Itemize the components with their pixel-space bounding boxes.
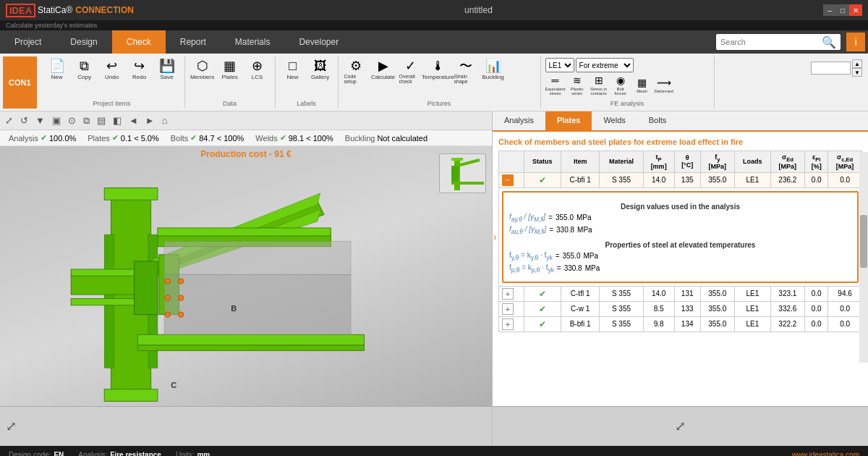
row-loads: LE1: [735, 286, 771, 301]
scrollbar-thumb[interactable]: [860, 215, 867, 268]
svg-rect-30: [451, 166, 459, 182]
minimize-button[interactable]: –: [823, 4, 836, 16]
arrow-left-button[interactable]: ◄: [127, 114, 140, 127]
value-up-button[interactable]: ▲: [852, 59, 862, 68]
toolbar-group-project: 📄 New ⧉ Copy ↩ Undo ↪ Redo 💾 Save Projec…: [40, 56, 185, 109]
tab-project[interactable]: Project: [0, 30, 56, 54]
le-dropdown[interactable]: LE1: [545, 58, 574, 72]
undo-button[interactable]: ↩ Undo: [99, 58, 125, 82]
tab-materials[interactable]: Materials: [221, 30, 285, 54]
design-code-item: Design code: EN: [9, 451, 64, 457]
formula2-val: 330.8: [556, 226, 574, 234]
save-button[interactable]: 💾 Save: [154, 58, 180, 82]
code-setup-button[interactable]: ⚙ Code setup: [343, 58, 369, 85]
bottom-right-panel: ⤢: [493, 406, 868, 446]
units-label: Units:: [176, 451, 195, 457]
tab-design[interactable]: Design: [56, 30, 111, 54]
svg-point-19: [165, 279, 170, 284]
analysis-label: Analysis: [9, 134, 38, 143]
con1-button[interactable]: CON1: [3, 56, 37, 109]
tab-welds[interactable]: Welds: [592, 111, 637, 130]
svg-rect-2: [104, 389, 158, 402]
expand-button-4[interactable]: +: [502, 318, 514, 330]
close-button[interactable]: ✕: [849, 4, 862, 16]
formula1-eq: =: [548, 214, 553, 221]
expand-button-3[interactable]: +: [502, 303, 514, 315]
new-label-button[interactable]: □ New: [280, 58, 306, 82]
mesh-button[interactable]: ▦ Mesh: [632, 76, 652, 95]
value-down-button[interactable]: ▼: [852, 68, 862, 77]
snap-button[interactable]: ⊙: [66, 114, 78, 127]
expanded-content: Design values used in the analysis fay,θ…: [509, 198, 851, 276]
overall-check-button[interactable]: ✓ Overall check: [398, 58, 424, 85]
formula1-val: 355.0: [556, 214, 574, 221]
formula-line-2: fau,θ / [γM,fi] = 330.8 MPa: [509, 225, 851, 235]
new-button[interactable]: 📄 New: [44, 58, 70, 82]
tab-bolts[interactable]: Bolts: [637, 111, 678, 130]
gallery-button[interactable]: 🖼 Gallery: [307, 58, 333, 82]
welds-value: 98.1 < 100%: [289, 134, 333, 143]
units-item: Units: mm: [176, 451, 210, 457]
group-label-cbfem: Pictures: [343, 98, 536, 107]
view-options-button[interactable]: ▼: [33, 114, 47, 127]
maximize-button[interactable]: □: [836, 4, 849, 16]
svg-rect-5: [71, 274, 137, 295]
zoom-icon[interactable]: ⤢: [6, 418, 17, 434]
search-input[interactable]: [720, 38, 822, 46]
formula1-unit: MPa: [576, 214, 592, 221]
prop-formula1-val: 355.0: [562, 252, 580, 260]
tab-analysis[interactable]: Analysis: [493, 111, 545, 130]
info-button[interactable]: i: [846, 33, 865, 51]
extreme-dropdown[interactable]: For extreme: [576, 58, 634, 72]
svg-line-29: [460, 160, 480, 165]
members-button[interactable]: ⬡ Members: [190, 58, 216, 82]
website-link[interactable]: www.ideastatica.com: [792, 451, 859, 457]
equiv-stress-button[interactable]: ═ Equivalent stress: [545, 74, 566, 97]
svg-point-24: [178, 312, 183, 317]
zoom-icon-right[interactable]: ⤢: [675, 418, 686, 434]
units-value: mm: [197, 451, 210, 457]
formula2-eq: =: [549, 226, 553, 234]
row-fy: 355.0: [700, 172, 734, 187]
tab-plates[interactable]: Plates: [545, 111, 592, 130]
design-values-title: Design values used in the analysis: [509, 203, 851, 211]
lcs-button[interactable]: ⊕ LCS: [244, 58, 271, 82]
arrow-right-button[interactable]: ►: [143, 114, 157, 127]
col-theta: θ[°C]: [674, 151, 700, 173]
strain-button[interactable]: 〜 Strain shape: [453, 58, 479, 85]
redo-button[interactable]: ↪ Redo: [127, 58, 153, 82]
rotate-button[interactable]: ↺: [18, 114, 30, 127]
prop-formula2: fp,θ = kp,θ · fyk: [509, 263, 554, 274]
deformed-button[interactable]: ⟿ Deformed: [654, 76, 674, 95]
buckling-button[interactable]: 📊 Buckling: [480, 58, 506, 82]
title-bar: IDEA StatiCa® CONNECTION untitled – □ ✕: [0, 0, 868, 20]
home-button[interactable]: ⌂: [160, 114, 170, 127]
prop-formula2-unit: MPa: [585, 264, 600, 272]
tab-developer[interactable]: Developer: [284, 30, 353, 54]
copy-button[interactable]: ⧉ Copy: [72, 58, 98, 82]
tab-report[interactable]: Report: [166, 30, 221, 54]
fit-view-button[interactable]: ⤢: [3, 114, 15, 127]
row-sigma-ed: 322.2: [770, 316, 804, 332]
svg-rect-31: [451, 182, 484, 185]
right-panel-content: Check of members and steel plates for ex…: [493, 132, 868, 406]
collapse-button[interactable]: −: [502, 174, 514, 186]
bolt-forces-button[interactable]: ◉ Bolt forces: [610, 74, 631, 97]
part-button[interactable]: ◧: [111, 114, 124, 127]
viewport-3d[interactable]: Production cost - 91 €: [0, 146, 492, 406]
plastic-strain-button[interactable]: ≋ Plastic strain: [567, 74, 587, 97]
layer-button[interactable]: ⧉: [81, 114, 92, 127]
calculate-button[interactable]: ▶ Calculate: [370, 58, 396, 82]
tab-check[interactable]: Check: [112, 30, 166, 54]
expand-button-2[interactable]: +: [502, 288, 514, 300]
search-box[interactable]: 🔍: [716, 34, 841, 50]
section-button[interactable]: ▤: [95, 114, 108, 127]
formula2-unit: MPa: [577, 226, 592, 234]
row-sigma-ed: 332.6: [770, 301, 804, 316]
plates-button[interactable]: ▦ Plates: [217, 58, 243, 82]
frame-button[interactable]: ▣: [50, 114, 63, 127]
value-input[interactable]: 10.00: [811, 62, 851, 75]
scrollbar[interactable]: [859, 152, 868, 363]
temperature-button[interactable]: 🌡 Temperature: [425, 58, 451, 82]
stress-contacts-button[interactable]: ⊞ Stress in contacts: [589, 74, 609, 97]
